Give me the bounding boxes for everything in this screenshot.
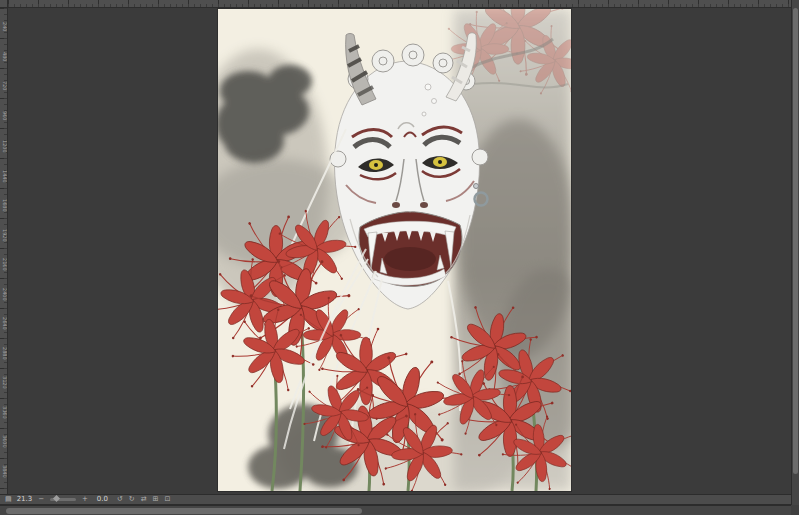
ruler-label: 480 xyxy=(0,52,8,62)
zoom-in-button[interactable]: + xyxy=(81,495,89,504)
zoom-value: 21.3 xyxy=(17,495,33,504)
ruler-label: 1200 xyxy=(0,140,8,153)
ruler-label: 1440 xyxy=(0,170,8,183)
ruler-label: 1920 xyxy=(0,229,8,242)
ruler-label: 240 xyxy=(0,22,8,32)
ruler-label: 720 xyxy=(0,81,8,91)
flip-horizontal-button[interactable]: ⇄ xyxy=(141,495,147,504)
ruler-left[interactable]: 2404807209601200144016801920216024002640… xyxy=(0,8,8,494)
view-tool-icons: ↺↻⇄⊞⊡ xyxy=(117,495,170,504)
status-bar: ▤ 21.3 − + 0.0 ↺↻⇄⊞⊡ xyxy=(0,494,791,505)
ruler-label: 2400 xyxy=(0,288,8,301)
vertical-scrollbar[interactable] xyxy=(791,0,799,505)
zoom-out-button[interactable]: − xyxy=(37,495,45,504)
zoom-slider[interactable] xyxy=(50,498,76,501)
actual-size-button[interactable]: ⊡ xyxy=(164,495,170,504)
canvas-viewport[interactable] xyxy=(8,8,791,494)
zoom-slider-thumb[interactable] xyxy=(53,495,60,502)
horizontal-scrollbar-thumb[interactable] xyxy=(6,508,362,514)
angle-value: 0.0 xyxy=(94,495,108,504)
ruler-top[interactable] xyxy=(8,0,791,8)
ruler-label: 2880 xyxy=(0,347,8,360)
ruler-label: 1680 xyxy=(0,199,8,212)
ruler-label: 960 xyxy=(0,111,8,121)
vertical-scrollbar-thumb[interactable] xyxy=(793,8,798,474)
navigator-icon[interactable]: ▤ xyxy=(5,495,12,504)
ruler-label: 3600 xyxy=(0,435,8,448)
ruler-label: 2160 xyxy=(0,258,8,271)
ruler-top-minor-ticks xyxy=(8,4,791,7)
ruler-label: 3120 xyxy=(0,376,8,389)
hannya-spider-lily-artwork xyxy=(218,9,571,491)
artwork-canvas[interactable] xyxy=(218,9,571,491)
ruler-label: 3840 xyxy=(0,465,8,478)
rotate-ccw-button[interactable]: ↺ xyxy=(117,495,123,504)
rotate-cw-button[interactable]: ↻ xyxy=(129,495,135,504)
scrollbar-corner xyxy=(791,505,799,515)
horizontal-scrollbar[interactable] xyxy=(0,505,791,515)
ruler-corner xyxy=(0,0,8,8)
fit-screen-button[interactable]: ⊞ xyxy=(153,495,159,504)
ruler-label: 3360 xyxy=(0,406,8,419)
ruler-label: 2640 xyxy=(0,317,8,330)
app-window: 2404807209601200144016801920216024002640… xyxy=(0,0,799,515)
